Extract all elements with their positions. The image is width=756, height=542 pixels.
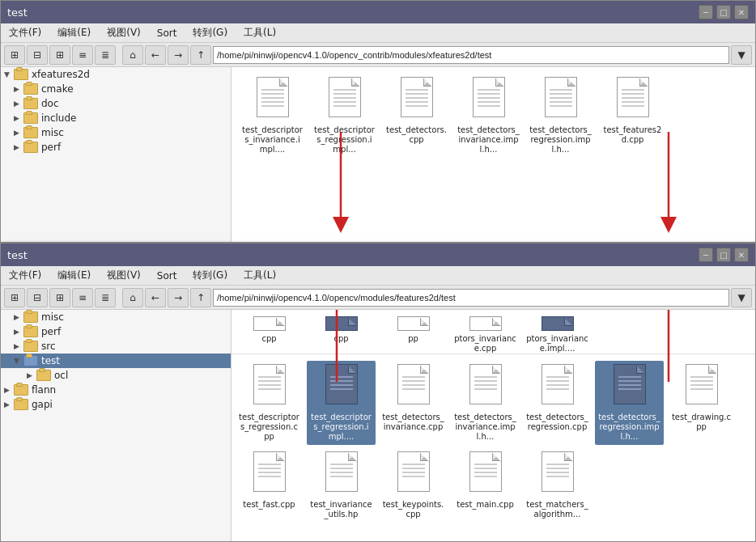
close-btn-1[interactable]: ✕ [734,5,749,19]
tree-include[interactable]: ▶ include [1,111,231,125]
file-2-12[interactable]: test_matchers_algorithm... [523,448,592,523]
address-bar-2[interactable] [213,289,729,307]
btn-list-1[interactable]: ≡ [72,45,93,65]
maximize-btn-1[interactable]: □ [716,5,731,19]
menu-edit-1[interactable]: 编辑(E) [54,24,94,41]
close-btn-2[interactable]: ✕ [734,248,749,262]
maximize-btn-2[interactable]: □ [716,248,731,262]
paper-2-3 [397,364,430,404]
menu-sort-2[interactable]: Sort [154,269,181,283]
menu-tools-2[interactable]: 工具(L) [240,267,279,284]
title-bar-1: test ─ □ ✕ [1,1,755,23]
file-2-11[interactable]: test_main.cpp [451,448,520,523]
file-partial-5[interactable]: ptors_invariance.impl.... [523,313,592,354]
window-2: test ─ □ ✕ 文件(F) 编辑(E) 视图(V) Sort 转到(G) … [0,243,756,542]
paper-2-4 [469,364,502,404]
btn-go-2[interactable]: ▼ [731,288,752,307]
toolbar-1: ⊞ ⊟ ⊞ ≡ ≣ ⌂ ← → ↑ ▼ [1,43,755,67]
tree-cmake[interactable]: ▶ cmake [1,82,231,96]
file-2-4[interactable]: test_detectors_invariance.impl.h... [451,361,520,445]
file-icon-2 [325,77,364,124]
menu-view-2[interactable]: 视图(V) [104,267,144,284]
file-2-6[interactable]: test_detectors_regression.impl.h... [595,361,664,445]
file-icon-p5 [538,316,577,332]
btn-go-1[interactable]: ▼ [731,45,752,65]
lines-2-10 [402,464,425,480]
file-2-10[interactable]: test_keypoints.cpp [379,448,448,523]
paper-6 [617,77,649,117]
lines-2-3 [402,376,425,392]
file-2-1[interactable]: test_descriptors_regression.cpp [235,361,304,445]
file-partial-2[interactable]: cpp [307,313,376,354]
arrow-misc-2: ▶ [14,313,23,321]
file-test-descriptors-regression-impl[interactable]: test_descriptors_regression.impl... [310,74,379,158]
menu-file-2[interactable]: 文件(F) [6,267,45,284]
tree-src-2[interactable]: ▶ src [1,339,231,354]
tree-gapi-2[interactable]: ▶ gapi [1,397,231,412]
tree-test-2[interactable]: ▼ test [1,354,231,368]
menu-view-1[interactable]: 视图(V) [104,24,144,41]
file-2-8[interactable]: test_fast.cpp [235,448,304,523]
file-test-detectors-cpp[interactable]: test_detectors.cpp [382,74,451,158]
tree-perf[interactable]: ▶ perf [1,140,231,155]
minimize-btn-2[interactable]: ─ [699,248,713,262]
btn-home-2[interactable]: ⌂ [122,288,143,307]
lines-2 [333,89,356,109]
arrow-test-2: ▼ [14,357,23,365]
btn-back-1[interactable]: ← [145,45,166,65]
btn-icons-2[interactable]: ⊟ [27,288,48,307]
btn-detail-2[interactable]: ≣ [95,288,116,307]
file-2-5[interactable]: test_detectors_regression.cpp [523,361,592,445]
file-partial-3[interactable]: pp [379,313,448,354]
btn-icons-1[interactable]: ⊟ [27,45,48,65]
btn-home-1[interactable]: ⌂ [122,45,143,65]
file-label-2-1: test_descriptors_regression.cpp [238,413,300,442]
file-2-7[interactable]: test_drawing.cpp [667,361,736,445]
tree-xfeatures2d[interactable]: ▼ xfeatures2d [1,67,231,82]
minimize-btn-1[interactable]: ─ [699,5,713,19]
btn-up-2[interactable]: ↑ [190,288,211,307]
folder-icon-cmake [23,83,38,95]
file-partial-4[interactable]: ptors_invariance.cpp [451,313,520,354]
file-partial-1[interactable]: cpp [235,313,304,354]
file-test-detectors-invariance-impl[interactable]: test_detectors_invariance.impl.h... [454,74,523,158]
btn-detail-1[interactable]: ≣ [95,45,116,65]
menu-edit-2[interactable]: 编辑(E) [54,267,94,284]
lines-4 [478,89,500,109]
btn-grid-1[interactable]: ⊞ [49,45,70,65]
btn-panel-1[interactable]: ⊞ [4,45,25,65]
btn-up-1[interactable]: ↑ [190,45,211,65]
paper-2-1 [253,364,286,404]
menu-goto-2[interactable]: 转到(G) [189,267,231,284]
tree-doc[interactable]: ▶ doc [1,96,231,111]
file-icon-p1 [250,316,289,332]
tree-ocl-2[interactable]: ▶ ocl [1,368,231,383]
tree-misc-2[interactable]: ▶ misc [1,310,231,324]
file-test-features2d-cpp[interactable]: test_features2d.cpp [598,74,667,158]
btn-fwd-1[interactable]: → [168,45,189,65]
file-test-detectors-regression-impl[interactable]: test_detectors_regression.impl.h... [526,74,595,158]
file-test-descriptors-invariance-impl[interactable]: test_descriptors_invariance.impl.... [238,74,307,158]
file-icon-2-1 [250,364,289,411]
btn-list-2[interactable]: ≡ [72,288,93,307]
arrow-xfeatures2d: ▼ [4,70,14,78]
menu-goto-1[interactable]: 转到(G) [189,24,231,41]
btn-back-2[interactable]: ← [145,288,166,307]
file-2-2[interactable]: test_descriptors_regression.impl.... [307,361,376,445]
file-2-9[interactable]: test_invariance_utils.hp [307,448,376,523]
paper-2-11 [469,451,502,492]
btn-fwd-2[interactable]: → [168,288,189,307]
menu-tools-1[interactable]: 工具(L) [240,24,279,41]
btn-panel-2[interactable]: ⊞ [4,288,25,307]
menu-sort-1[interactable]: Sort [154,26,181,40]
menu-file-1[interactable]: 文件(F) [6,24,45,41]
tree-perf-2[interactable]: ▶ perf [1,324,231,339]
file-icon-2-9 [322,451,361,498]
address-bar-1[interactable] [213,46,729,64]
arrow-cmake: ▶ [14,85,23,93]
tree-flann-2[interactable]: ▶ flann [1,383,231,397]
btn-grid-2[interactable]: ⊞ [49,288,70,307]
tree-misc[interactable]: ▶ misc [1,125,231,140]
file-2-3[interactable]: test_detectors_invariance.cpp [379,361,448,445]
paper-p5 [542,316,574,331]
